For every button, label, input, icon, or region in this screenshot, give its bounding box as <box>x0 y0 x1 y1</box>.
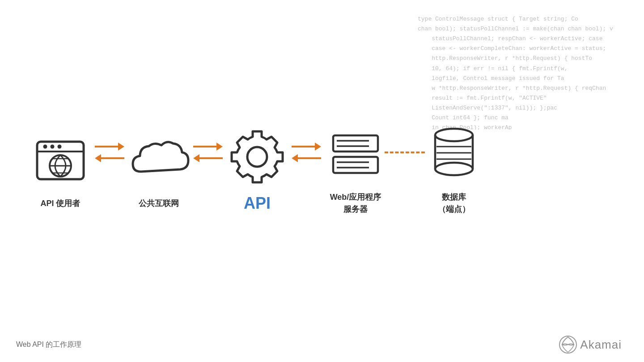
diagram-area: API 使用者 公共互联网 <box>0 125 514 215</box>
server-icon <box>326 125 385 183</box>
svg-point-16 <box>435 129 473 141</box>
web-server-item: Web/应用程序服务器 <box>326 125 385 215</box>
svg-point-9 <box>247 147 267 167</box>
database-label: 数据库（端点） <box>438 191 470 215</box>
api-label: API <box>244 194 271 213</box>
svg-point-2 <box>43 144 47 148</box>
arrow-user-internet <box>89 143 130 162</box>
svg-rect-13 <box>333 157 378 173</box>
svg-point-4 <box>58 144 62 148</box>
svg-rect-10 <box>333 135 378 152</box>
database-icon <box>425 125 483 183</box>
arrow-server-database <box>385 152 425 153</box>
internet-label: 公共互联网 <box>139 198 179 210</box>
api-user-label: API 使用者 <box>40 198 80 210</box>
gear-icon <box>228 128 286 186</box>
database-item: 数据库（端点） <box>425 125 483 215</box>
cloud-icon <box>130 131 188 189</box>
akamai-logo: Akamai <box>559 335 622 354</box>
svg-point-19 <box>435 163 473 175</box>
web-server-label: Web/应用程序服务器 <box>330 191 381 215</box>
browser-icon <box>31 131 89 189</box>
arrow-api-server <box>286 143 326 162</box>
akamai-logo-icon <box>559 335 577 354</box>
code-background: type ControlMessage struct { Target stri… <box>411 0 644 130</box>
arrow-internet-api <box>188 143 228 162</box>
api-user-item: API 使用者 <box>31 131 89 210</box>
svg-point-3 <box>51 144 55 148</box>
internet-item: 公共互联网 <box>130 131 188 210</box>
api-item: API <box>228 128 286 213</box>
bottom-label: Web API 的工作原理 <box>16 340 81 349</box>
akamai-logo-text: Akamai <box>580 338 622 352</box>
